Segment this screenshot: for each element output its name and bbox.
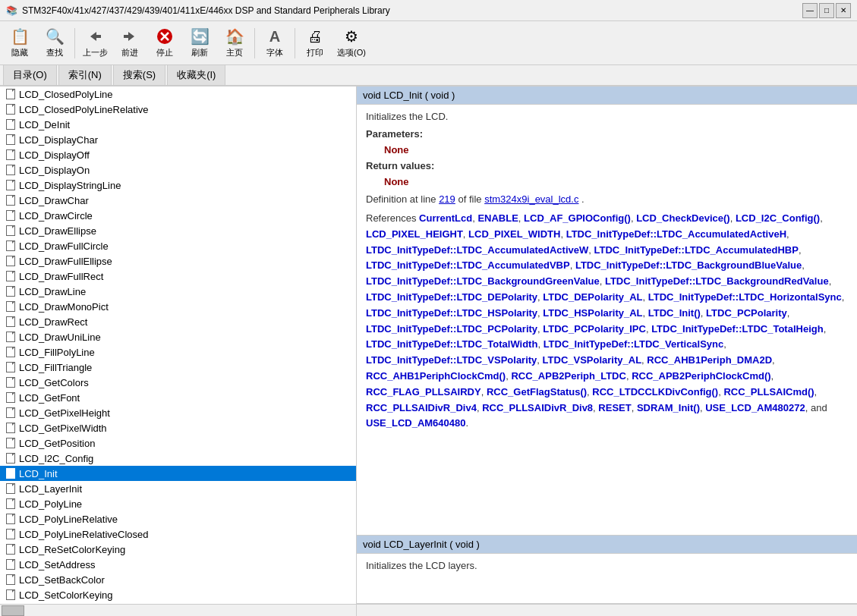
- reference-link[interactable]: LTDC_PCPolarity: [706, 307, 787, 319]
- reference-link[interactable]: LTDC_InitTypeDef::LTDC_TotalHeigh: [651, 323, 824, 335]
- font-button[interactable]: A 字体: [258, 24, 291, 63]
- reference-link[interactable]: LTDC_InitTypeDef::LTDC_HSPolarity: [366, 307, 537, 319]
- list-item[interactable]: LCD_ClosedPolyLineRelative: [0, 102, 356, 117]
- left-scroll-x[interactable]: [0, 604, 356, 616]
- reference-link[interactable]: LTDC_InitTypeDef::LTDC_AccumulatedActive…: [366, 244, 588, 256]
- return-values-value: None: [384, 176, 848, 187]
- left-list[interactable]: LCD_ClosedPolyLine LCD_ClosedPolyLineRel…: [0, 86, 356, 604]
- hide-button[interactable]: 📋 隐藏: [3, 24, 36, 63]
- list-item[interactable]: LCD_LayerInit: [0, 481, 356, 496]
- reference-link[interactable]: LTDC_InitTypeDef::LTDC_AccumulatedActive…: [566, 228, 786, 240]
- reference-link[interactable]: RCC_AHB1PeriphClockCmd(): [366, 370, 506, 382]
- minimize-button[interactable]: —: [802, 3, 818, 18]
- list-item[interactable]: LCD_FillTriangle: [0, 360, 356, 375]
- forward-button[interactable]: 前进: [113, 24, 147, 63]
- tab-directory[interactable]: 目录(O): [3, 64, 57, 85]
- reference-link[interactable]: LTDC_InitTypeDef::LTDC_VSPolarity: [366, 354, 537, 366]
- list-item[interactable]: LCD_PolyLineRelativeClosed: [0, 526, 356, 542]
- reference-link[interactable]: LTDC_InitTypeDef::LTDC_BackgroundRedValu…: [605, 275, 829, 287]
- reference-link[interactable]: RCC_LTDCCLKDivConfig(): [592, 386, 718, 398]
- reference-link[interactable]: LCD_I2C_Config(): [736, 212, 820, 224]
- list-item[interactable]: LCD_PolyLine: [0, 496, 356, 511]
- list-item[interactable]: LCD_DrawUniLine: [0, 329, 356, 344]
- list-item[interactable]: LCD_DrawChar: [0, 193, 356, 208]
- reference-link[interactable]: LCD_PIXEL_WIDTH: [468, 228, 560, 240]
- tab-favorites[interactable]: 收藏夹(I): [167, 64, 225, 85]
- reference-link[interactable]: LTDC_InitTypeDef::LTDC_VerticalSync: [544, 338, 724, 350]
- reference-link[interactable]: LTDC_Init(): [648, 307, 701, 319]
- reference-link[interactable]: LTDC_InitTypeDef::LTDC_HorizontalSync: [648, 291, 842, 303]
- list-item[interactable]: LCD_ReSetColorKeying: [0, 542, 356, 557]
- list-item[interactable]: LCD_SetBackColor: [0, 572, 356, 587]
- reference-link[interactable]: RCC_PLLSAIDivR_Div8: [482, 402, 593, 413]
- list-item[interactable]: LCD_PolyLineRelative: [0, 511, 356, 526]
- reference-link[interactable]: USE_LCD_AM640480: [366, 417, 466, 429]
- maximize-button[interactable]: □: [819, 3, 834, 18]
- reference-link[interactable]: RESET: [598, 402, 631, 413]
- close-button[interactable]: ✕: [836, 3, 851, 18]
- find-button[interactable]: 🔍 查找: [38, 24, 71, 63]
- list-item[interactable]: LCD_GetColors: [0, 375, 356, 390]
- reference-link[interactable]: RCC_PLLSAIDivR_Div4: [366, 402, 477, 413]
- reference-link[interactable]: LCD_AF_GPIOConfig(): [524, 212, 631, 224]
- reference-link[interactable]: ENABLE: [477, 212, 518, 224]
- reference-link[interactable]: LTDC_InitTypeDef::LTDC_BackgroundGreenVa…: [366, 275, 600, 287]
- list-item[interactable]: LCD_DrawCircle: [0, 208, 356, 223]
- reference-link[interactable]: LCD_PIXEL_HEIGHT: [366, 228, 463, 240]
- reference-link[interactable]: LTDC_InitTypeDef::LTDC_AccumulatedHBP: [594, 244, 798, 256]
- list-item[interactable]: LCD_GetFont: [0, 390, 356, 405]
- back-button[interactable]: 上一步: [78, 24, 112, 63]
- reference-link[interactable]: LTDC_InitTypeDef::LTDC_AccumulatedVBP: [366, 259, 570, 271]
- reference-link[interactable]: LCD_CheckDevice(): [636, 212, 730, 224]
- list-item[interactable]: LCD_SetColorKeying: [0, 587, 356, 602]
- reference-link[interactable]: LTDC_InitTypeDef::LTDC_BackgroundBlueVal…: [575, 259, 802, 271]
- list-item[interactable]: LCD_DrawLine: [0, 284, 356, 299]
- reference-link[interactable]: CurrentLcd: [419, 212, 472, 224]
- reference-link[interactable]: USE_LCD_AM480272: [705, 402, 805, 413]
- reference-link[interactable]: RCC_FLAG_PLLSAIRDY: [366, 386, 481, 398]
- reference-link[interactable]: RCC_APB2PeriphClockCmd(): [632, 370, 770, 382]
- list-item[interactable]: LCD_GetPixelWidth: [0, 420, 356, 435]
- reference-link[interactable]: LTDC_PCPolarity_IPC: [543, 323, 646, 335]
- tab-search[interactable]: 搜索(S): [113, 64, 165, 85]
- list-item[interactable]: LCD_DisplayOn: [0, 162, 356, 178]
- reference-link[interactable]: SDRAM_Init(): [637, 402, 700, 413]
- list-item[interactable]: LCD_DrawFullRect: [0, 269, 356, 284]
- print-button[interactable]: 🖨 打印: [298, 24, 332, 63]
- reference-link[interactable]: LTDC_InitTypeDef::LTDC_TotalWidth: [366, 338, 537, 350]
- tab-index[interactable]: 索引(N): [58, 64, 112, 85]
- reference-link[interactable]: RCC_PLLSAICmd(): [723, 386, 814, 398]
- stop-button[interactable]: 停止: [148, 24, 181, 63]
- options-button[interactable]: ⚙ 选项(O): [333, 24, 370, 63]
- list-item[interactable]: LCD_DrawFullEllipse: [0, 253, 356, 269]
- list-item[interactable]: LCD_FillPolyLine: [0, 344, 356, 360]
- reference-link[interactable]: LTDC_InitTypeDef::LTDC_DEPolarity: [366, 291, 537, 303]
- list-item[interactable]: LCD_GetPosition: [0, 435, 356, 451]
- list-item[interactable]: LCD_DrawRect: [0, 314, 356, 329]
- list-item[interactable]: LCD_DrawEllipse: [0, 223, 356, 238]
- list-item[interactable]: LCD_SetAddress: [0, 557, 356, 572]
- reference-link[interactable]: RCC_GetFlagStatus(): [487, 386, 587, 398]
- reference-link[interactable]: LTDC_DEPolarity_AL: [543, 291, 642, 303]
- list-item[interactable]: LCD_DisplayOff: [0, 147, 356, 162]
- refresh-button[interactable]: 🔄 刷新: [183, 24, 216, 63]
- list-item[interactable]: LCD_Init: [0, 466, 356, 481]
- list-item[interactable]: LCD_DrawMonoPict: [0, 299, 356, 314]
- reference-link[interactable]: LTDC_InitTypeDef::LTDC_PCPolarity: [366, 323, 537, 335]
- list-item[interactable]: LCD_DrawFullCircle: [0, 238, 356, 253]
- reference-link[interactable]: RCC_AHB1Periph_DMA2D: [647, 354, 772, 366]
- list-item[interactable]: LCD_DisplayStringLine: [0, 178, 356, 193]
- reference-link[interactable]: LTDC_HSPolarity_AL: [543, 307, 642, 319]
- reference-link[interactable]: RCC_APB2Periph_LTDC: [511, 370, 625, 382]
- list-item[interactable]: LCD_DeInit: [0, 117, 356, 132]
- reference-link[interactable]: LTDC_VSPolarity_AL: [543, 354, 642, 366]
- list-item[interactable]: LCD_GetPixelHeight: [0, 405, 356, 420]
- list-item[interactable]: LCD_ClosedPolyLine: [0, 86, 356, 102]
- definition-file-link[interactable]: stm324x9i_eval_lcd.c: [484, 193, 578, 205]
- doc-icon: [6, 225, 15, 236]
- bottom-scroll[interactable]: [357, 604, 857, 616]
- home-button[interactable]: 🏠 主页: [218, 24, 251, 63]
- definition-line-link[interactable]: 219: [439, 193, 455, 205]
- list-item[interactable]: LCD_DisplayChar: [0, 132, 356, 147]
- list-item[interactable]: LCD_I2C_Config: [0, 451, 356, 466]
